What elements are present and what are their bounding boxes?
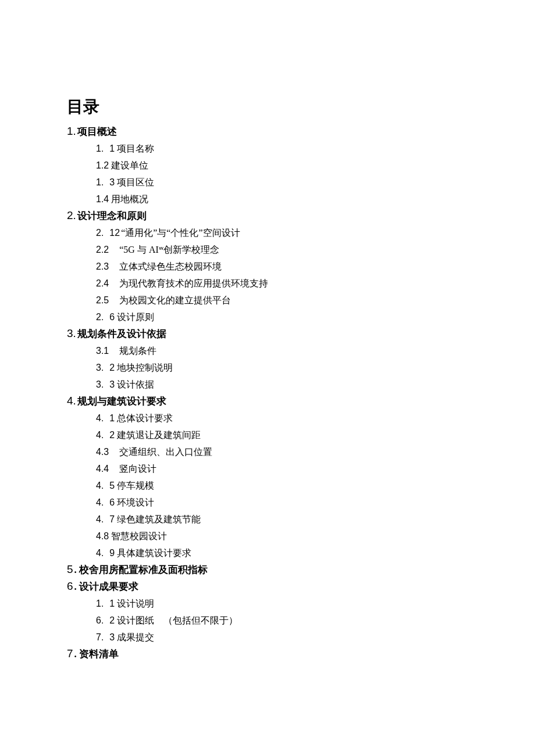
toc-section-1: 1.项目概述 [67,125,535,138]
toc-item: 4.7绿色建筑及建筑节能 [96,513,535,526]
section-number: 3. [67,327,76,339]
item-number-secondary: 6 [109,496,115,510]
item-number-secondary: 2 [109,428,115,442]
item-number-secondary: 1 [109,597,115,611]
item-number-secondary: 2 [109,361,115,375]
section-label: . 资料清单 [74,648,119,660]
section-number: 1. [67,125,76,137]
toc-item: 2.5为校园文化的建立提供平台 [96,293,535,307]
section-number: 7 [67,647,73,660]
item-label: 设计图纸 （包括但不限于） [117,615,238,625]
item-label: 环境设计 [117,497,154,507]
item-label: 设计依据 [117,379,154,389]
item-label: 智慧校园设计 [111,531,167,541]
toc-item: 6.2设计图纸 （包括但不限于） [96,614,535,628]
toc-item: 4.5停车规模 [96,479,535,493]
item-number-primary: 4. [96,411,104,425]
item-number-secondary: 12 [109,226,120,240]
item-number-primary: 3.1 [96,344,109,358]
section-label: 设计理念和原则 [77,210,147,221]
toc-item: 7.3成果提交 [96,630,535,644]
item-label: 地块控制说明 [117,363,173,372]
toc-section-3: 3.规划条件及设计依据 [67,327,535,341]
toc-item: 2.6设计原则 [96,310,535,324]
toc-item: 2.2“5G 与 AIʷ创新学校理念 [96,243,535,257]
item-label: 绿色建筑及建筑节能 [117,514,201,524]
toc-section-4: 4.规划与建筑设计要求 [67,395,535,408]
item-number-primary: 2.3 [96,260,109,274]
toc-item: 2.12“通用化”与“个性化”空间设计 [96,226,535,240]
item-label: 竖向设计 [119,464,156,474]
section-label: 规划条件及设计依据 [77,328,166,339]
item-number-secondary: 3 [109,378,115,392]
item-number-primary: 2. [96,310,104,324]
section-label: 规划与建筑设计要求 [77,396,166,407]
item-number-primary: 1.4 [96,192,109,206]
toc-item: 2.3立体式绿色生态校园环境 [96,260,535,274]
item-number-primary: 4.8 [96,529,109,543]
item-number-primary: 4.3 [96,445,109,459]
item-label: 具体建筑设计要求 [117,548,191,558]
item-number-secondary: 2 [109,614,115,628]
item-number-primary: 1. [96,597,104,611]
item-label: 规划条件 [119,346,156,356]
toc-section-6: 6. 设计成果要求 [67,580,535,593]
item-label: 设计原则 [117,312,154,322]
toc-item: 1.1设计说明 [96,597,535,611]
item-number-primary: 4. [96,496,104,510]
item-number-primary: 3. [96,361,104,375]
toc-section-7: 7. 资料清单 [67,647,535,661]
toc-item: 4.8智慧校园设计 [96,529,535,543]
toc-section-2: 2.设计理念和原则 [67,209,535,223]
item-number-secondary: 6 [109,310,115,324]
item-number-primary: 1. [96,142,104,156]
item-label: 为校园文化的建立提供平台 [119,295,231,305]
item-label: 总体设计要求 [117,413,173,423]
item-number-primary: 4.4 [96,462,109,476]
item-number-primary: 2.4 [96,277,109,291]
item-number-primary: 4. [96,546,104,560]
item-number-primary: 3. [96,378,104,392]
toc-item: 2.4为现代教育技术的应用提供环境支持 [96,277,535,291]
item-label: 停车规模 [117,481,154,490]
toc-section-5: 5. 校舍用房配置标准及面积指标 [67,563,535,576]
item-number-primary: 2.2 [96,243,109,257]
toc-item: 1.1项目名称 [96,142,535,156]
item-number-primary: 2. [96,226,104,240]
section-number: 6 [67,580,73,592]
item-label: 建筑退让及建筑间距 [117,430,201,440]
item-number-primary: 4. [96,428,104,442]
toc-item: 3.2地块控制说明 [96,361,535,375]
item-label: “通用化”与“个性化”空间设计 [121,228,240,238]
toc-item: 4.4竖向设计 [96,462,535,476]
section-number: 5 [67,563,73,575]
toc-item: 4.3交通组织、出入口位置 [96,445,535,459]
toc-item: 1.4用地概况 [96,192,535,206]
item-number-primary: 7. [96,630,104,644]
item-number-secondary: 3 [109,630,115,644]
item-number-secondary: 1 [109,142,115,156]
item-label: “5G 与 AIʷ创新学校理念 [119,245,219,255]
toc-item: 3.1规划条件 [96,344,535,358]
item-label: 项目区位 [117,177,154,187]
item-label: 成果提交 [117,632,154,642]
section-number: 4. [67,395,76,407]
section-label: . 设计成果要求 [74,581,139,592]
item-label: 交通组织、出入口位置 [119,447,212,457]
toc-item: 1.2建设单位 [96,159,535,173]
toc-item: 4.9具体建筑设计要求 [96,546,535,560]
toc-item: 4.2建筑退让及建筑间距 [96,428,535,442]
section-label: . 校舍用房配置标准及面积指标 [74,564,208,575]
toc-item: 1.3项目区位 [96,175,535,189]
item-label: 项目名称 [117,144,154,153]
item-number-secondary: 7 [109,513,115,526]
toc-container: 1.项目概述1.1项目名称1.2建设单位1.3项目区位1.4用地概况2.设计理念… [67,125,535,661]
toc-item: 4.1总体设计要求 [96,411,535,425]
item-number-secondary: 9 [109,546,115,560]
item-number-secondary: 1 [109,411,115,425]
item-label: 用地概况 [111,194,148,204]
toc-item: 3.3设计依据 [96,378,535,392]
item-number-primary: 1. [96,175,104,189]
item-label: 立体式绿色生态校园环境 [119,261,222,271]
item-number-secondary: 5 [109,479,115,493]
